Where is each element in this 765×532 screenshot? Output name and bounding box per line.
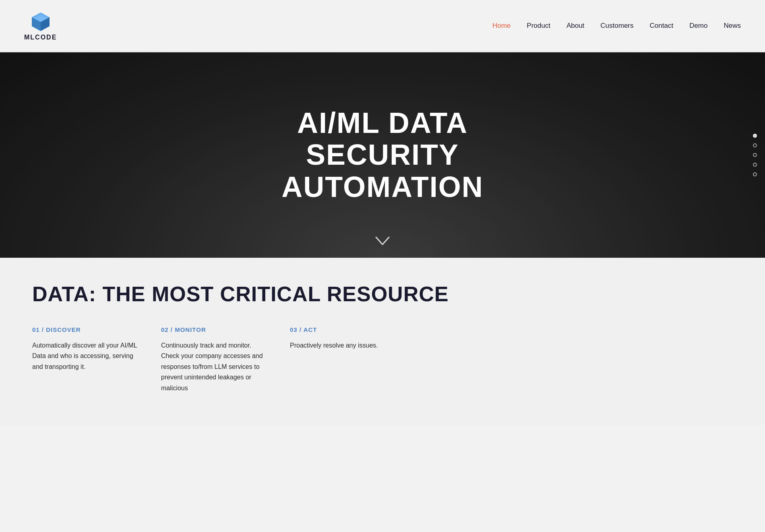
hero-content: AI/ML DATA SECURITY AUTOMATION <box>281 107 483 203</box>
hero-section: AI/ML DATA SECURITY AUTOMATION <box>0 52 765 258</box>
feature-act: 03 / ACT Proactively resolve any issues. <box>290 326 395 393</box>
scroll-chevron[interactable] <box>374 236 391 250</box>
scroll-indicators <box>753 134 757 176</box>
logo-icon <box>29 11 53 33</box>
network-visualization <box>0 52 121 113</box>
nav-item-contact[interactable]: Contact <box>650 22 674 30</box>
scroll-dot-3[interactable] <box>753 153 757 157</box>
nav-item-news[interactable]: News <box>724 22 741 30</box>
feature-body-1: Automatically discover all your AI/ML Da… <box>32 340 137 372</box>
scroll-dot-4[interactable] <box>753 163 757 167</box>
site-header: MLCODE Home Product About Customers Cont… <box>0 0 765 52</box>
scroll-dot-1[interactable] <box>753 134 757 138</box>
scroll-dot-5[interactable] <box>753 172 757 176</box>
hero-title: AI/ML DATA SECURITY AUTOMATION <box>281 107 483 203</box>
nav-item-customers[interactable]: Customers <box>600 22 633 30</box>
features-grid: 01 / DISCOVER Automatically discover all… <box>32 326 395 393</box>
scroll-dot-2[interactable] <box>753 143 757 147</box>
feature-discover: 01 / DISCOVER Automatically discover all… <box>32 326 137 393</box>
feature-number-3: 03 / ACT <box>290 326 395 333</box>
nav-item-product[interactable]: Product <box>527 22 550 30</box>
logo[interactable]: MLCODE <box>24 11 57 41</box>
nav-item-demo[interactable]: Demo <box>689 22 707 30</box>
feature-number-1: 01 / DISCOVER <box>32 326 137 333</box>
nav-item-about[interactable]: About <box>567 22 584 30</box>
data-section: DATA: THE MOST CRITICAL RESOURCE 01 / DI… <box>0 258 765 426</box>
main-nav: Home Product About Customers Contact Dem… <box>492 22 741 30</box>
feature-number-2: 02 / MONITOR <box>161 326 266 333</box>
feature-monitor: 02 / MONITOR Continuously track and moni… <box>161 326 266 393</box>
section-title: DATA: THE MOST CRITICAL RESOURCE <box>32 282 733 306</box>
feature-body-2: Continuously track and monitor. Check yo… <box>161 340 266 393</box>
logo-text: MLCODE <box>24 34 57 41</box>
feature-body-3: Proactively resolve any issues. <box>290 340 395 351</box>
nav-item-home[interactable]: Home <box>492 22 511 30</box>
